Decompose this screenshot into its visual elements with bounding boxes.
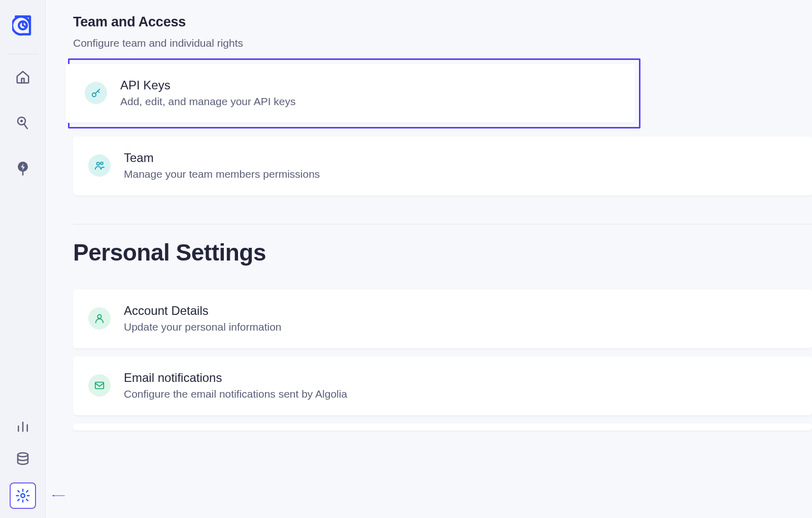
algolia-logo[interactable] (12, 14, 33, 37)
key-icon (85, 82, 107, 104)
search-icon[interactable] (14, 114, 31, 132)
mail-icon (88, 374, 111, 397)
card-placeholder (73, 424, 812, 431)
section-header-team-access: Team and Access (73, 14, 812, 30)
analytics-icon[interactable] (14, 417, 31, 435)
card-desc: Add, edit, and manage your API keys (120, 95, 296, 108)
section-divider (73, 224, 812, 224)
sidebar (0, 0, 46, 518)
card-team[interactable]: Team Manage your team members permission… (73, 137, 812, 196)
svg-point-10 (100, 162, 103, 165)
card-title: API Keys (120, 78, 296, 92)
card-desc: Update your personal information (124, 321, 282, 333)
card-email-notifications[interactable]: Email notifications Configure the email … (73, 357, 812, 415)
card-account-details[interactable]: Account Details Update your personal inf… (73, 289, 812, 348)
card-desc: Manage your team members permissions (124, 168, 320, 180)
team-icon (88, 154, 111, 177)
card-api-keys[interactable]: API Keys Add, edit, and manage your API … (65, 64, 635, 123)
highlight-frame: API Keys Add, edit, and manage your API … (68, 58, 640, 128)
svg-point-5 (21, 494, 25, 498)
svg-point-2 (20, 120, 23, 122)
home-icon[interactable] (14, 69, 31, 86)
bolt-pin-icon[interactable] (14, 160, 31, 177)
settings-icon[interactable] (10, 482, 36, 509)
svg-rect-12 (95, 382, 104, 389)
svg-point-9 (97, 163, 100, 166)
card-title: Email notifications (124, 371, 347, 385)
user-icon (88, 307, 111, 330)
svg-point-4 (18, 453, 28, 457)
section-subtitle-team-access: Configure team and individual rights (73, 37, 812, 49)
card-desc: Configure the email notifications sent b… (124, 388, 347, 400)
sidebar-divider (8, 54, 38, 54)
svg-point-11 (97, 315, 101, 318)
section-header-personal-settings: Personal Settings (73, 239, 812, 266)
database-icon[interactable] (14, 450, 31, 467)
main-content: Team and Access Configure team and indiv… (46, 0, 812, 518)
card-title: Team (124, 151, 320, 165)
card-title: Account Details (124, 304, 282, 318)
